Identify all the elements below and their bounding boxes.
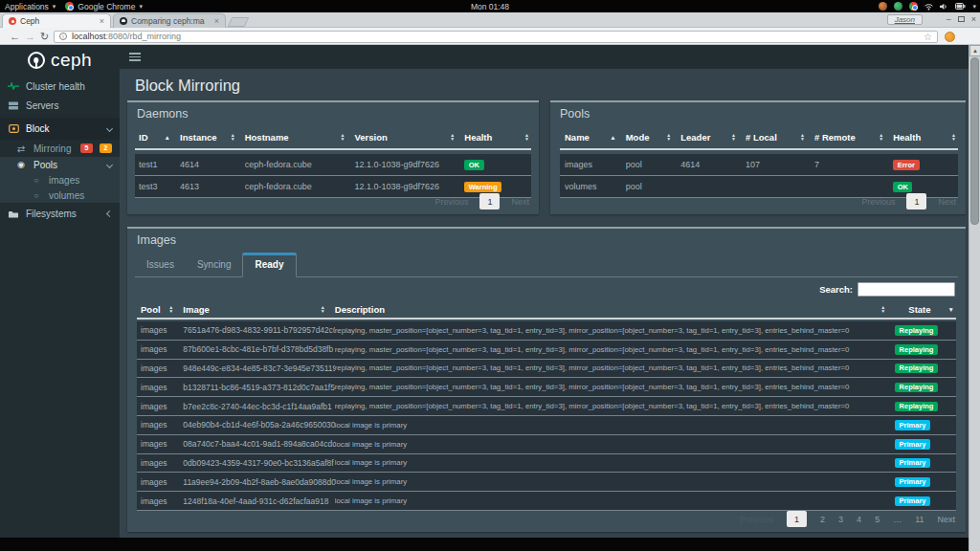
sidebar-item-volumes[interactable]: ○ volumes bbox=[0, 187, 120, 203]
reload-button[interactable]: ↻ bbox=[40, 30, 49, 43]
column-header-id[interactable]: ID▲ bbox=[139, 132, 180, 143]
column-header-health[interactable]: Health▲▼ bbox=[893, 132, 958, 143]
health-badge: Error bbox=[893, 160, 919, 170]
chrome-app-menu[interactable]: Google Chrome ▾ bbox=[60, 2, 147, 11]
tray-app-icon[interactable] bbox=[879, 2, 887, 11]
sidebar-item-pools[interactable]: ◉ Pools bbox=[0, 157, 120, 172]
page-button-active[interactable]: 1 bbox=[906, 193, 926, 209]
column-header-description[interactable]: Description▲▼ bbox=[335, 304, 895, 315]
url-text[interactable]: localhost:8080/rbd_mirroring bbox=[72, 32, 919, 41]
sidebar-item-mirroring[interactable]: ⇄ Mirroring 5 2 bbox=[0, 140, 120, 157]
column-header-mode[interactable]: Mode▲▼ bbox=[626, 132, 681, 143]
profile-avatar[interactable] bbox=[945, 32, 955, 42]
sidebar: ceph Cluster health Servers Block ⇄ Mirr… bbox=[0, 45, 120, 538]
column-header-pool[interactable]: Pool▲▼ bbox=[141, 304, 183, 315]
state-badge: Primary bbox=[895, 439, 930, 450]
tab-ceph[interactable]: Ceph × bbox=[2, 13, 111, 28]
sidebar-item-filesystems[interactable]: Filesystems bbox=[0, 204, 120, 224]
search-input[interactable] bbox=[858, 282, 955, 297]
page-button[interactable]: 2 bbox=[820, 515, 825, 524]
browser-scrollbar[interactable]: ▲ bbox=[969, 45, 980, 551]
table-row[interactable]: images b1328711-bc86-4519-a373-812d0c7aa… bbox=[137, 378, 956, 397]
column-header-image[interactable]: Image▲▼ bbox=[183, 304, 334, 315]
tab-title: Ceph bbox=[20, 16, 96, 26]
column-header-instance[interactable]: Instance▲▼ bbox=[180, 132, 245, 143]
hamburger-menu-icon[interactable] bbox=[129, 53, 141, 61]
page-button[interactable]: 4 bbox=[857, 515, 861, 524]
table-row[interactable]: images 04eb90b4-cb1d-4e6f-b05a-2a46c9650… bbox=[137, 416, 956, 435]
back-button[interactable]: ← bbox=[10, 30, 20, 43]
tray-app-icon[interactable] bbox=[894, 2, 902, 11]
images-table-header: Pool▲▼ Image▲▼ Description▲▼ State▼ bbox=[137, 300, 956, 320]
bookmark-star-icon[interactable]: ☆ bbox=[924, 32, 932, 42]
table-row[interactable]: images 11a9ee94-2b09-4b2f-8aeb-8ae0da908… bbox=[137, 473, 956, 492]
url-path: :8080/rbd_mirroring bbox=[106, 32, 182, 41]
images-panel: Images Issues Syncing Ready Search: Pool… bbox=[127, 227, 966, 532]
column-header-hostname[interactable]: Hostname▲▼ bbox=[245, 132, 355, 143]
column-header-state[interactable]: State▼ bbox=[895, 304, 956, 315]
close-window-button[interactable]: × bbox=[971, 14, 976, 24]
page-button[interactable]: 11 bbox=[915, 515, 924, 524]
tab-close-icon[interactable]: × bbox=[100, 17, 104, 26]
column-header-remote[interactable]: # Remote▲▼ bbox=[814, 132, 893, 143]
table-row[interactable]: images b7ee2c8c-2740-44ec-bc3d-c1f14aa9a… bbox=[137, 397, 956, 416]
tab-ready[interactable]: Ready bbox=[242, 253, 296, 277]
previous-button[interactable]: Previous bbox=[434, 197, 468, 207]
sidebar-item-images[interactable]: ○ images bbox=[0, 172, 120, 187]
chrome-logo-icon bbox=[65, 2, 74, 11]
table-row[interactable]: images pool 4614 107 7 Error bbox=[560, 154, 958, 176]
tab-close-icon[interactable]: × bbox=[214, 17, 219, 26]
forward-button[interactable]: → bbox=[25, 30, 35, 43]
page-info-icon[interactable]: i bbox=[59, 33, 67, 40]
daemons-table-body: test1 4614 ceph-fedora.cube 12.1.0-1038-… bbox=[135, 154, 531, 198]
tab-syncing[interactable]: Syncing bbox=[186, 253, 243, 276]
column-header-leader[interactable]: Leader▲▼ bbox=[680, 132, 746, 143]
sidebar-item-servers[interactable]: Servers bbox=[0, 96, 120, 115]
caret-down-icon[interactable]: ▾ bbox=[972, 3, 976, 11]
heartbeat-icon bbox=[8, 82, 19, 90]
wifi-icon[interactable] bbox=[924, 3, 933, 11]
page-button[interactable]: 5 bbox=[875, 515, 880, 524]
pools-table-body: images pool 4614 107 7 Error volumes poo… bbox=[560, 154, 958, 198]
state-badge: Replaying bbox=[895, 364, 938, 374]
applications-menu[interactable]: Applications ▾ bbox=[0, 2, 60, 11]
table-row[interactable]: images 948e449c-e834-4e85-83c7-3e945e735… bbox=[137, 360, 956, 379]
page-button-active[interactable]: 1 bbox=[479, 193, 500, 209]
state-badge: Primary bbox=[895, 420, 930, 430]
browser-profile-button[interactable]: Jason bbox=[887, 14, 923, 25]
dot-circle-icon: ◉ bbox=[15, 160, 27, 169]
page-button-active[interactable]: 1 bbox=[787, 511, 807, 527]
volume-icon[interactable] bbox=[940, 3, 948, 11]
next-button[interactable]: Next bbox=[938, 197, 956, 207]
table-row[interactable]: images 0db09423-4359-4317-90e0-bc3136a5a… bbox=[137, 454, 956, 474]
previous-button[interactable]: Previous bbox=[740, 515, 773, 524]
scroll-up-icon[interactable]: ▲ bbox=[969, 45, 980, 56]
ceph-logo[interactable]: ceph bbox=[0, 45, 120, 76]
column-header-local[interactable]: # Local▲▼ bbox=[746, 132, 814, 143]
tab-github-compare[interactable]: Comparing ceph:ma × bbox=[113, 13, 226, 28]
table-row[interactable]: images 7651a476-d983-4832-9911-b792957d4… bbox=[137, 321, 956, 341]
tray-chrome-icon[interactable] bbox=[909, 2, 918, 11]
new-tab-button[interactable] bbox=[228, 17, 250, 27]
table-row[interactable]: images 1248f18a-40ef-4aad-931c-d62facfaa… bbox=[137, 492, 956, 511]
previous-button[interactable]: Previous bbox=[861, 197, 895, 207]
column-header-name[interactable]: Name▲ bbox=[565, 132, 626, 143]
os-top-bar: Applications ▾ Google Chrome ▾ Mon 01:48… bbox=[0, 0, 980, 12]
table-row[interactable]: test1 4614 ceph-fedora.cube 12.1.0-1038-… bbox=[135, 154, 531, 176]
scrollbar-thumb[interactable] bbox=[970, 57, 979, 225]
minimize-button[interactable]: – bbox=[947, 14, 951, 24]
next-button[interactable]: Next bbox=[937, 515, 955, 524]
maximize-button[interactable] bbox=[958, 16, 965, 22]
tab-issues[interactable]: Issues bbox=[135, 253, 186, 276]
column-header-version[interactable]: Version▲▼ bbox=[354, 132, 464, 143]
battery-icon[interactable] bbox=[955, 3, 966, 10]
address-bar[interactable]: i localhost:8080/rbd_mirroring ☆ bbox=[54, 31, 938, 43]
table-row[interactable]: images 87b600e1-8cbc-481e-b7bf-d378bd5d3… bbox=[137, 341, 956, 360]
column-header-health[interactable]: Health▲▼ bbox=[464, 132, 531, 143]
sidebar-item-block[interactable]: Block bbox=[0, 118, 120, 140]
next-button[interactable]: Next bbox=[511, 197, 529, 207]
sidebar-item-cluster-health[interactable]: Cluster health bbox=[0, 77, 120, 96]
panel-title: Images bbox=[137, 233, 176, 247]
table-row[interactable]: images 08a740c7-baa4-4c01-9ad1-894a8ca04… bbox=[137, 435, 956, 454]
page-button[interactable]: 3 bbox=[838, 515, 843, 524]
